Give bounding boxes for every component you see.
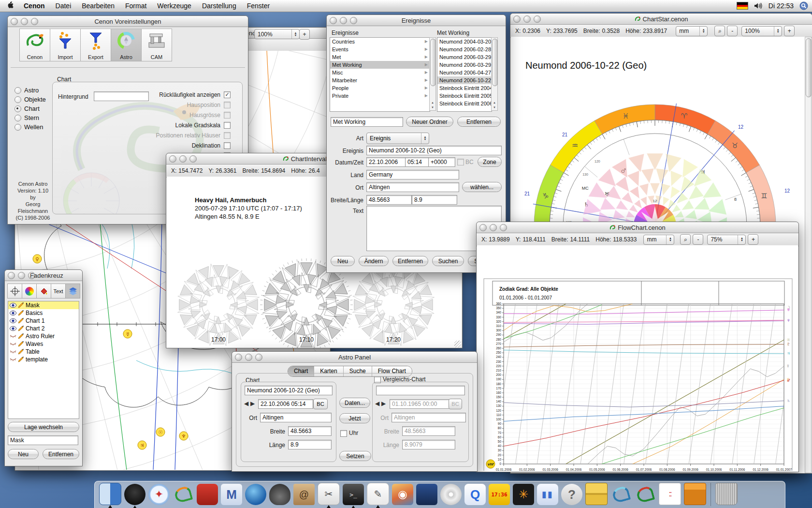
menu-clock[interactable]: Di 22:53 (768, 2, 794, 10)
astro-panel-titlebar[interactable]: Astro Panel (232, 352, 477, 363)
menu-datei[interactable]: Datei (50, 2, 77, 10)
compare-laenge-field[interactable] (402, 440, 455, 449)
folder-row[interactable]: Private▶ (330, 92, 430, 100)
folder-name-field[interactable] (331, 117, 403, 127)
unit-popup[interactable]: mm▲▼ (643, 235, 674, 245)
events-button-entfernen[interactable]: Entfernen (392, 256, 428, 266)
menu-werkzeuge[interactable]: Werkzeuge (152, 2, 197, 10)
hand-icon[interactable]: ✳ (513, 484, 534, 505)
bc-checkbox[interactable] (457, 159, 464, 165)
help-icon[interactable]: ? (561, 484, 582, 505)
eye-open-icon[interactable] (10, 326, 16, 331)
layer-row-waves[interactable]: Waves (8, 340, 79, 348)
date-field[interactable] (366, 157, 406, 167)
fadenkreuz-titlebar[interactable]: Fadenkreuz (5, 270, 82, 281)
terminal-icon[interactable]: >_ (343, 484, 364, 505)
flowchart-window[interactable]: FlowChart.cenon X:13.9889 Y:118.4111 Bre… (476, 222, 799, 472)
zone-button[interactable]: Zone (478, 157, 502, 167)
map-zoom-popup[interactable]: 100%▲▼ (254, 29, 300, 39)
prev-arrow-icon[interactable]: ◀ (375, 400, 379, 407)
compare-ort-field[interactable] (392, 413, 466, 422)
layer-name-field[interactable] (8, 435, 78, 445)
menumeter-icon[interactable]: M (221, 484, 242, 505)
close-icon[interactable] (8, 272, 15, 279)
zoom-in-button[interactable]: + (748, 234, 758, 245)
new-folder-button[interactable]: Neuer Ordner (406, 117, 453, 127)
events-button-suchen[interactable]: Suchen (432, 256, 464, 266)
astro-panel-window[interactable]: Astro Panel ChartKartenSucheFlow Chart C… (232, 351, 478, 472)
mail-icon[interactable] (197, 484, 218, 505)
resize-grip[interactable] (454, 341, 461, 347)
quicktime-icon[interactable]: Q (464, 484, 486, 505)
eye-closed-icon[interactable] (10, 357, 16, 362)
menu-fenster[interactable]: Fenster (242, 2, 275, 10)
choose-city-button[interactable]: wählen... (462, 182, 502, 192)
jetzt-button[interactable]: Jetzt (339, 413, 370, 423)
event-row[interactable]: Neumond 2006-02-28 (Ge (437, 45, 492, 53)
remove-layer-button[interactable]: Entfernen (43, 449, 79, 459)
prefs-toolbar-export[interactable]: Export (80, 29, 111, 61)
event-row[interactable]: Steinbock Eintritt 2004 (437, 84, 492, 92)
cenon-icon[interactable] (173, 484, 194, 505)
next-arrow-icon[interactable]: ▶ (381, 400, 386, 407)
menu-darstellung[interactable]: Darstellung (197, 2, 242, 10)
layer-row-basics[interactable]: Basics (8, 309, 79, 317)
compare-name-field[interactable] (376, 386, 465, 395)
pen-icon[interactable] (18, 310, 24, 316)
layer-row-astro-ruler[interactable]: Astro Ruler (8, 332, 79, 340)
option-checkbox-2[interactable] (224, 102, 231, 108)
category-wellen[interactable]: Wellen (14, 123, 44, 131)
prefs-toolbar-astro[interactable]: Astro (111, 29, 142, 61)
menu-cenon[interactable]: Cenon (18, 0, 50, 12)
fadenkreuz-window[interactable]: Fadenkreuz Text MaskBasicsChart 1Chart 2… (4, 269, 83, 466)
event-row[interactable]: Neumond 2004-03-20 (Ge (437, 38, 492, 45)
addressbook-icon[interactable]: @ (293, 484, 315, 505)
finder-icon[interactable] (99, 483, 121, 505)
folder-row[interactable]: Mitarbeiter▶ (330, 76, 430, 84)
folder-row[interactable]: Misc▶ (330, 69, 430, 76)
pen-icon[interactable] (18, 349, 24, 355)
new-layer-button[interactable]: Neu (8, 449, 39, 459)
category-objekte[interactable]: Objekte (14, 96, 46, 103)
event-row[interactable]: Steinbock Eintritt 2005 (437, 92, 492, 100)
eye-open-icon[interactable] (10, 318, 16, 324)
crosshair-tool-button[interactable] (7, 284, 22, 299)
event-list[interactable]: Neumond 2004-03-20 (GeNeumond 2006-02-28… (437, 37, 492, 112)
compare-datetime-field[interactable] (390, 399, 450, 409)
event-name-field[interactable] (366, 146, 502, 155)
eye-closed-icon[interactable] (10, 349, 16, 355)
zoom-popup[interactable]: 100%▲▼ (741, 26, 782, 36)
prefs-titlebar[interactable]: Cenon Voreinstellungen (8, 16, 248, 27)
remove-folder-button[interactable]: Entfernen (457, 117, 501, 127)
volume-icon[interactable] (754, 2, 763, 9)
flowchart-titlebar[interactable]: FlowChart.cenon (477, 222, 798, 233)
folder-scrollbar[interactable]: ▲▼ (429, 37, 436, 111)
uhr-checkbox[interactable] (340, 430, 347, 437)
folder-row[interactable]: People▶ (330, 84, 430, 92)
folder-row[interactable]: Met▶ (330, 53, 430, 61)
option-checkbox-3[interactable] (224, 112, 231, 119)
event-row[interactable]: Neumond 2006-03-29 (To (437, 61, 492, 69)
fill-tool-button[interactable] (36, 284, 51, 299)
country-field[interactable] (366, 170, 459, 179)
event-row[interactable]: Steinbock Eintritt 2006 (437, 100, 492, 107)
text-tool-button[interactable]: Text (51, 284, 66, 299)
next-arrow-icon[interactable]: ▶ (250, 400, 255, 407)
safari-icon[interactable]: ✦ (148, 484, 170, 505)
warning-clock-icon[interactable]: 17:36 (489, 484, 510, 505)
cenon-blue-icon[interactable] (610, 484, 632, 505)
sherlock-icon[interactable] (269, 484, 290, 505)
magnify-button[interactable]: ⌕ (680, 234, 691, 245)
pen-icon[interactable] (18, 302, 24, 308)
longitude-field[interactable] (412, 195, 457, 205)
layer-list[interactable]: MaskBasicsChart 1Chart 2Astro RulerWaves… (8, 301, 79, 419)
layer-row-mask[interactable]: Mask (8, 301, 79, 309)
cenon-green-icon[interactable] (635, 484, 656, 505)
magnify-button[interactable]: ⌕ (714, 26, 725, 36)
vertical-scrollbar[interactable] (805, 37, 812, 473)
pen-icon[interactable] (18, 326, 24, 331)
bc-button[interactable]: BC (313, 399, 328, 409)
city-field[interactable] (366, 182, 459, 192)
events-titlebar[interactable]: Ereignisse (327, 15, 506, 26)
eye-open-icon[interactable] (10, 310, 16, 316)
